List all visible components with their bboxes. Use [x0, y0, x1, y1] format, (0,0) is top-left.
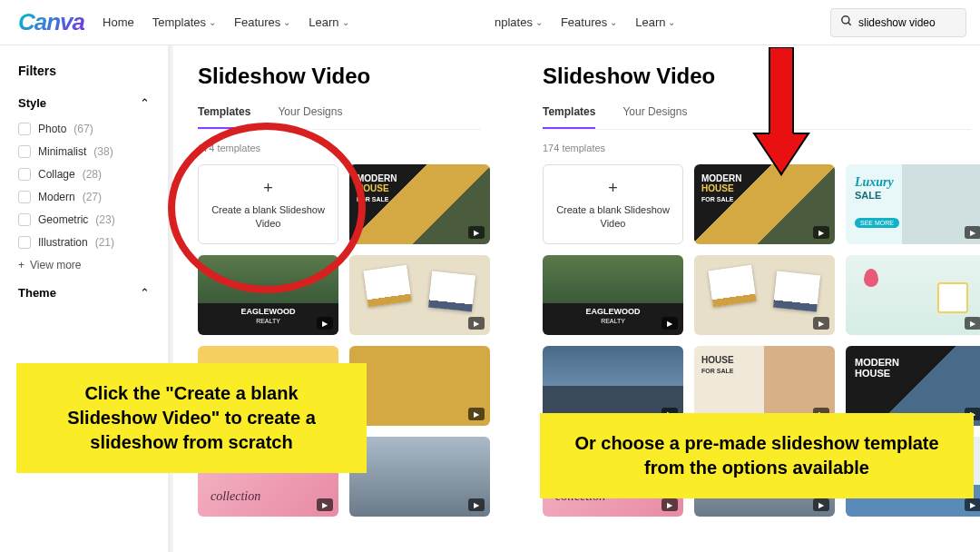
template-card[interactable]: ▶ [349, 437, 490, 517]
canva-logo[interactable]: Canva [18, 8, 84, 36]
thumb-text: HOUSE [855, 368, 890, 379]
annotation-text-1: Click the "Create a blank Slideshow Vide… [16, 363, 367, 473]
nav-features-label: Features [234, 15, 280, 29]
template-card[interactable]: ▶ [349, 346, 490, 426]
filters-sidebar: Filters Style ⌃ Photo(67) Minimalist(38)… [0, 45, 168, 552]
nav-templates[interactable]: Templates⌄ [152, 15, 216, 29]
template-card[interactable]: ▶ [694, 255, 835, 335]
thumb-text: HOUSE [357, 183, 389, 193]
chevron-down-icon: ⌄ [668, 17, 675, 27]
thumb-text: FOR SALE [701, 196, 733, 202]
nav-templates-2[interactable]: nplates⌄ [495, 15, 543, 29]
tab-your-designs-2[interactable]: Your Designs [622, 105, 687, 129]
play-icon: ▶ [813, 317, 829, 330]
chevron-down-icon: ⌄ [610, 17, 617, 27]
filter-group-theme-label: Theme [18, 286, 56, 300]
template-card[interactable]: MODERNHOUSEFOR SALE▶ [694, 164, 835, 244]
thumb-button: SEE MORE [855, 218, 899, 228]
filter-count: (23) [95, 213, 114, 226]
filter-count: (21) [95, 236, 114, 249]
chevron-down-icon: ⌄ [209, 17, 216, 27]
nav-templates-2-label: nplates [495, 15, 533, 29]
filter-label: Geometric [38, 213, 88, 226]
filter-count: (38) [93, 145, 113, 158]
thumb-text: MODERN [855, 357, 899, 368]
plus-icon: + [18, 259, 24, 271]
filters-title: Filters [18, 64, 150, 78]
filter-photo[interactable]: Photo(67) [18, 123, 150, 135]
play-icon: ▶ [468, 408, 485, 420]
tab-your-designs[interactable]: Your Designs [278, 105, 342, 129]
template-count-2: 174 templates [543, 143, 971, 153]
plus-icon: + [608, 179, 618, 198]
nav-home[interactable]: Home [103, 15, 134, 29]
thumb-text: EAGLEWOOD [241, 307, 296, 316]
search-input[interactable] [858, 16, 956, 29]
panel-separator [490, 45, 492, 552]
template-card[interactable]: ▶ [846, 255, 980, 335]
filter-count: (28) [83, 168, 102, 181]
tab-templates-2[interactable]: Templates [543, 105, 595, 129]
play-icon: ▶ [965, 498, 980, 511]
nav-learn-2-label: Learn [635, 15, 665, 29]
filter-label: Modern [38, 191, 75, 203]
filter-group-theme[interactable]: Theme ⌃ [18, 286, 150, 300]
play-icon: ▶ [662, 498, 678, 511]
chevron-up-icon: ⌃ [140, 96, 150, 110]
checkbox-icon [18, 145, 31, 158]
filter-collage[interactable]: Collage(28) [18, 168, 150, 181]
thumb-text: HOUSE [701, 355, 734, 365]
nav-learn[interactable]: Learn⌄ [309, 15, 348, 29]
svg-point-0 [842, 15, 849, 23]
filter-modern[interactable]: Modern(27) [18, 191, 150, 203]
thumb-text: EAGLEWOOD [586, 307, 641, 316]
checkbox-icon [18, 213, 31, 226]
nav-features-2[interactable]: Features⌄ [561, 15, 617, 29]
template-card[interactable]: LuxurySALESEE MORE▶ [846, 164, 980, 244]
play-icon: ▶ [468, 317, 485, 330]
filter-label: Collage [38, 168, 75, 181]
search-icon [840, 15, 853, 31]
checkbox-icon [18, 236, 31, 249]
filter-label: Illustration [38, 236, 88, 249]
nav-templates-label: Templates [152, 15, 206, 29]
create-blank-card-2[interactable]: + Create a blank Slideshow Video [543, 164, 683, 244]
sidebar-divider [168, 45, 173, 552]
plus-icon: + [263, 179, 273, 198]
nav-features[interactable]: Features⌄ [234, 15, 290, 29]
search-box[interactable] [830, 8, 966, 37]
thumb-text: SALE [855, 190, 881, 201]
tab-templates[interactable]: Templates [198, 105, 250, 129]
template-card[interactable]: EAGLEWOODREALTY▶ [198, 255, 338, 335]
play-icon: ▶ [317, 498, 333, 511]
play-icon: ▶ [813, 498, 829, 511]
filter-group-style[interactable]: Style ⌃ [18, 96, 150, 110]
template-card[interactable]: MODERNHOUSEFOR SALE▶ [349, 164, 490, 244]
nav-learn-label: Learn [309, 15, 338, 29]
filter-illustration[interactable]: Illustration(21) [18, 236, 150, 249]
play-icon: ▶ [317, 317, 333, 330]
chevron-down-icon: ⌄ [283, 17, 290, 27]
page-title-2: Slideshow Video [543, 64, 971, 89]
thumb-text: REALTY [256, 318, 280, 324]
template-card[interactable]: EAGLEWOODREALTY▶ [543, 255, 683, 335]
filter-label: Photo [38, 123, 66, 135]
play-icon: ▶ [965, 226, 980, 239]
filter-minimalist[interactable]: Minimalist(38) [18, 145, 150, 158]
filter-geometric[interactable]: Geometric(23) [18, 213, 150, 226]
top-nav: Canva Home Templates⌄ Features⌄ Learn⌄ n… [0, 0, 980, 45]
checkbox-icon [18, 191, 31, 203]
filter-count: (27) [83, 191, 102, 203]
thumb-text: FOR SALE [701, 368, 733, 374]
template-card[interactable]: ▶ [349, 255, 490, 335]
template-count: 174 templates [198, 143, 481, 153]
play-icon: ▶ [965, 317, 980, 330]
checkbox-icon [18, 123, 31, 135]
thumb-text: collection [211, 489, 260, 504]
svg-line-1 [848, 22, 851, 25]
thumb-text: MODERN [701, 173, 741, 183]
play-icon: ▶ [662, 317, 678, 330]
create-blank-card[interactable]: + Create a blank Slideshow Video [198, 164, 338, 244]
view-more-style[interactable]: +View more [18, 259, 150, 271]
nav-learn-2[interactable]: Learn⌄ [635, 15, 675, 29]
